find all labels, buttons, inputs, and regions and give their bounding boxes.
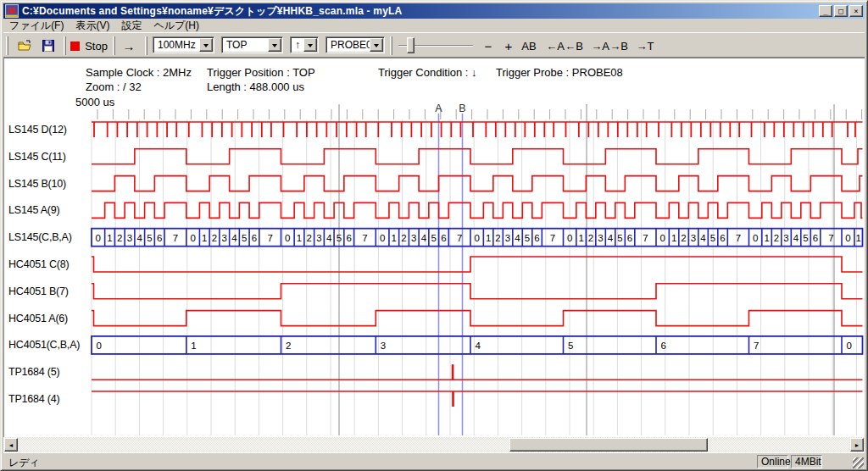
ls_bus-value: 3 bbox=[222, 233, 227, 243]
status-ready-text: レディ bbox=[8, 456, 40, 470]
pulse-mark bbox=[452, 391, 454, 407]
ls_bus-value: 2 bbox=[307, 233, 312, 243]
ls_bus-value: 6 bbox=[813, 233, 818, 243]
hc_bus-value: 5 bbox=[568, 341, 573, 351]
hc_bus-value: 2 bbox=[286, 341, 291, 351]
ls_bus-value: 4 bbox=[326, 233, 332, 243]
ls_bus-value: 0 bbox=[659, 233, 665, 243]
ls_bus-value: 7 bbox=[362, 233, 367, 243]
ls_bus-value: 3 bbox=[598, 233, 603, 243]
ls_bus-value: 5 bbox=[803, 233, 808, 243]
ls_bus-value: 5 bbox=[617, 233, 622, 243]
ls_bus-value: 4 bbox=[421, 233, 427, 243]
wave-ls-bit-0 bbox=[92, 202, 863, 218]
status-bar: レディ Online 4MBit bbox=[3, 452, 865, 469]
ls_bus-value: 4 bbox=[231, 233, 237, 243]
waveforms bbox=[92, 122, 863, 407]
bus-rows: 0123456701234567012345670123456701234567… bbox=[92, 229, 863, 354]
status-memory-badge: 4MBit bbox=[791, 455, 822, 468]
ls_bus-value: 1 bbox=[392, 233, 397, 243]
hc_bus-value: 0 bbox=[847, 341, 852, 351]
ls_bus-value: 6 bbox=[252, 233, 257, 243]
ls_bus-value: 6 bbox=[534, 233, 539, 243]
cursor-label-a: A bbox=[435, 103, 442, 114]
ls_bus-value: 0 bbox=[567, 233, 572, 243]
ls_bus-value: 2 bbox=[212, 233, 217, 243]
ls_bus-value: 3 bbox=[316, 233, 321, 243]
ls_bus-value: 5 bbox=[242, 233, 247, 243]
ls_bus-value: 1 bbox=[578, 233, 583, 243]
ls_bus-value: 1 bbox=[486, 233, 491, 243]
horizontal-scrollbar[interactable]: ◄ ► bbox=[3, 437, 865, 452]
ls_bus-value: 7 bbox=[736, 233, 741, 243]
hc_bus-value: 7 bbox=[754, 341, 759, 351]
wave-ls-bit-1 bbox=[92, 176, 863, 191]
ls_bus-value: 1 bbox=[671, 233, 676, 243]
ls_bus-value: 3 bbox=[505, 233, 510, 243]
ls_bus-value: 3 bbox=[411, 233, 416, 243]
ls_bus-value: 0 bbox=[474, 233, 479, 243]
wave-hc-bit-0 bbox=[92, 311, 863, 326]
hc_bus-value: 4 bbox=[476, 341, 481, 351]
ls_bus-value: 2 bbox=[774, 233, 779, 243]
ls_bus-value: 7 bbox=[643, 233, 648, 243]
ls_bus-value: 5 bbox=[431, 233, 437, 243]
ls_bus-value: 7 bbox=[267, 233, 272, 243]
ls_bus-value: 6 bbox=[627, 233, 632, 243]
ls_bus-value: 4 bbox=[608, 233, 614, 243]
hc_bus-value: 6 bbox=[661, 341, 666, 351]
ls_bus-value: 5 bbox=[337, 233, 342, 243]
ls_bus-value: 2 bbox=[681, 233, 686, 243]
cursor-label-b: B bbox=[459, 103, 465, 114]
ls_bus-value: 4 bbox=[515, 233, 520, 243]
ls_bus-value: 7 bbox=[550, 233, 555, 243]
waveform-area[interactable]: AB01234567012345670123456701234567012345… bbox=[1, 1, 868, 471]
app-window: C:¥Documents and Settings¥noname¥デスクトップ¥… bbox=[0, 0, 868, 471]
ls_bus-value: 6 bbox=[157, 233, 162, 243]
resize-grip-icon[interactable] bbox=[853, 457, 864, 468]
grid-lines bbox=[92, 104, 862, 435]
ls_bus-value: 1 bbox=[202, 233, 207, 243]
ls_bus-value: 0 bbox=[190, 233, 195, 243]
pulse-mark bbox=[452, 364, 454, 380]
scrollbar-thumb[interactable] bbox=[509, 438, 708, 452]
ls_bus-value: 5 bbox=[710, 233, 715, 243]
ls_bus-value: 6 bbox=[347, 233, 352, 243]
wave-ls-bit-2 bbox=[92, 149, 863, 164]
wave-hc-bit-2 bbox=[92, 257, 863, 272]
ls_bus-value: 7 bbox=[457, 233, 462, 243]
ls_bus-value: 3 bbox=[127, 233, 132, 243]
hc_bus-value: 0 bbox=[97, 341, 102, 351]
ls_bus-value: 0 bbox=[96, 233, 101, 243]
ls_bus-value: 5 bbox=[525, 233, 530, 243]
ls_bus-value: 2 bbox=[401, 233, 406, 243]
ls_bus-value: 0 bbox=[380, 233, 385, 243]
ls_bus-value: 0 bbox=[285, 233, 290, 243]
hc_bus-value: 3 bbox=[381, 341, 386, 351]
ls_bus-value: 1 bbox=[297, 233, 302, 243]
ls_bus-value: 7 bbox=[173, 233, 178, 243]
ls_bus-value: 1 bbox=[856, 233, 861, 243]
ls_bus-value: 6 bbox=[441, 233, 446, 243]
ls_bus-value: 3 bbox=[783, 233, 788, 243]
hc_bus-value: 1 bbox=[191, 341, 196, 351]
ls_bus-value: 4 bbox=[137, 233, 143, 243]
ls_bus-value: 0 bbox=[753, 233, 758, 243]
ls_bus-value: 3 bbox=[691, 233, 696, 243]
ls_bus-value: 2 bbox=[117, 233, 122, 243]
ls_bus-value: 4 bbox=[700, 233, 706, 243]
scroll-left-button[interactable]: ◄ bbox=[4, 438, 18, 452]
ls_bus-value: 1 bbox=[764, 233, 769, 243]
ls_bus-value: 7 bbox=[828, 233, 833, 243]
ls_bus-value: 2 bbox=[495, 233, 500, 243]
status-online-badge: Online bbox=[757, 455, 788, 468]
wave-hc-bit-1 bbox=[92, 284, 863, 299]
ls_bus-value: 4 bbox=[793, 233, 799, 243]
scroll-right-button[interactable]: ► bbox=[850, 438, 864, 452]
ls_bus-value: 1 bbox=[107, 233, 112, 243]
ls_bus-value: 2 bbox=[588, 233, 593, 243]
ls_bus-value: 5 bbox=[147, 233, 152, 243]
ls_bus-value: 6 bbox=[720, 233, 725, 243]
ls_bus-value: 0 bbox=[845, 233, 850, 243]
